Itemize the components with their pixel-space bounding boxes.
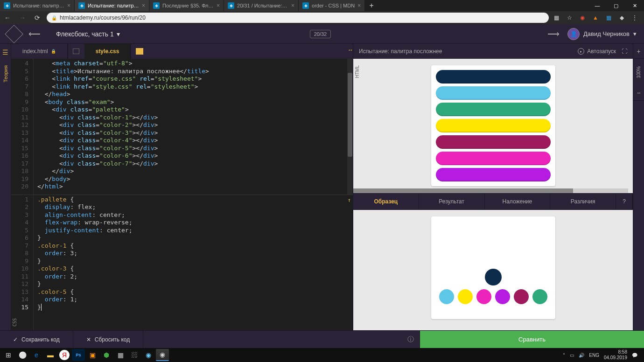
close-icon[interactable]: × [217, 2, 220, 9]
sample-circle [476, 289, 491, 304]
zoom-in-button[interactable]: + [633, 44, 644, 59]
play-icon: ▸ [578, 48, 584, 55]
file-tabs: index.html🔒 style.css [11, 44, 353, 59]
autorun-button[interactable]: ▸Автозапуск [578, 48, 616, 55]
tab-help[interactable]: ? [616, 194, 633, 209]
hamburger-icon[interactable]: ☰ [2, 49, 8, 56]
app-icon[interactable]: ▦ [114, 349, 127, 361]
tab-overlay[interactable]: Наложение [485, 194, 551, 209]
back-button[interactable]: ← [2, 12, 13, 23]
sublime-icon[interactable]: ▣ [86, 349, 99, 361]
sample-circle [532, 289, 547, 304]
move-up-icon[interactable]: ↑ [348, 197, 351, 203]
x-icon: ✕ [86, 336, 91, 343]
theory-rail: ☰ Теория [0, 44, 11, 330]
ext-icon[interactable]: ▦ [605, 14, 612, 21]
preview-title: Испытание: палитра посложнее [359, 48, 442, 55]
html-code[interactable]: <meta charset="utf-8"> <title>Испытание:… [34, 59, 347, 195]
close-icon[interactable]: × [142, 2, 145, 9]
css-label: CSS [12, 318, 17, 327]
color-bar-7 [436, 168, 551, 181]
explorer-icon[interactable]: ▬ [44, 349, 57, 361]
notifications-icon[interactable]: 💬 [632, 353, 637, 358]
url-field[interactable]: 🔒 htmlacademy.ru/courses/96/run/20 [47, 13, 549, 23]
course-header: ⟵ Флексбокс, часть 1▾ 20/32 ⟶ 👤 Давид Че… [0, 24, 644, 44]
app-icon[interactable]: ⛆ [128, 349, 141, 361]
browser-tab[interactable]: ◈Испытание: палитра посложнее× [75, 0, 149, 11]
search-icon[interactable]: ⚪ [16, 349, 29, 361]
browser-tab[interactable]: ◈order - CSS | MDN× [299, 0, 365, 11]
lang-indicator[interactable]: ENG [589, 353, 599, 358]
css-editor[interactable]: ↑ CSS 123456789101112131415 .pallete { d… [11, 195, 353, 331]
clock[interactable]: 8:58 04.09.2019 [604, 349, 627, 361]
color-bar-3 [436, 103, 551, 116]
maximize-button[interactable]: ▢ [607, 0, 625, 11]
reset-button[interactable]: ✕Сбросить код [73, 331, 143, 348]
next-lesson-button[interactable]: ⟶ [539, 29, 567, 39]
resize-handle-icon[interactable]: ↔ [348, 47, 353, 53]
tab-diff[interactable]: Различия [550, 194, 616, 209]
ext-icon[interactable]: ▲ [592, 14, 599, 21]
ext-icon[interactable]: ◆ [618, 14, 625, 21]
yandex-icon[interactable]: Я [59, 350, 70, 360]
photoshop-icon[interactable]: Ps [72, 349, 85, 361]
app-icon[interactable]: ⬢ [100, 349, 113, 361]
tray-up-icon[interactable]: ˄ [563, 353, 565, 358]
qr-icon[interactable]: ▦ [553, 14, 560, 21]
fullscreen-icon[interactable]: ⛶ [622, 48, 627, 55]
start-button[interactable]: ⊞ [2, 349, 15, 361]
editor-panel: index.html🔒 style.css 456789101112131415… [11, 44, 353, 330]
css-code[interactable]: .pallete { display: flex; align-content:… [34, 195, 353, 331]
close-icon[interactable]: × [357, 2, 361, 9]
zoom-out-button[interactable]: − [633, 86, 644, 101]
app-icon[interactable]: ◉ [142, 349, 155, 361]
forward-button[interactable]: → [17, 12, 28, 23]
tab-title: Испытание: палитра посложнее [13, 3, 64, 8]
battery-icon[interactable]: ▭ [570, 353, 574, 358]
layout-button[interactable] [131, 44, 147, 59]
html-editor[interactable]: 4567891011121314151617181920 <meta chars… [11, 59, 353, 195]
autorun-label: Автозапуск [587, 48, 616, 55]
tab-sample[interactable]: Образец [353, 194, 419, 209]
toolbar-icons: ▦ ☆ ◉ ▲ ▦ ◆ ⋮ [553, 14, 642, 21]
course-title[interactable]: Флексбокс, часть 1▾ [56, 30, 120, 38]
tab-result[interactable]: Результат [419, 194, 485, 209]
close-button[interactable]: ✕ [625, 0, 644, 11]
compare-button[interactable]: Сравнить [420, 331, 644, 348]
browser-tab[interactable]: ◈Испытание: палитра посложнее× [0, 0, 75, 11]
tab-css[interactable]: style.css [84, 44, 131, 59]
minimize-button[interactable]: — [588, 0, 607, 11]
edge-icon[interactable]: e [30, 349, 43, 361]
browser-tab[interactable]: ◈20/31 / Испытание: палитра по× [224, 0, 299, 11]
avatar: 👤 [567, 28, 580, 40]
scrollbar-horizontal[interactable] [353, 188, 628, 193]
close-icon[interactable]: × [291, 2, 294, 9]
browser-tab[interactable]: ◈Последние §35. Флексбокс, час× [149, 0, 224, 11]
chrome-icon[interactable]: ◉ [156, 349, 169, 361]
star-icon[interactable]: ☆ [566, 14, 573, 21]
taskbar: ⊞ ⚪ e ▬ Я Ps ▣ ⬢ ▦ ⛆ ◉ ◉ ˄ ▭ 🔊 ENG 8:58 … [0, 348, 644, 362]
tab-title: Последние §35. Флексбокс, час [162, 3, 214, 8]
preview-header: Испытание: палитра посложнее ▸Автозапуск… [353, 44, 633, 59]
palette-card [431, 65, 555, 186]
color-bar-2 [436, 86, 551, 100]
tab-label: index.html [22, 48, 48, 55]
split-button[interactable] [68, 44, 84, 59]
url-text: htmlacademy.ru/courses/96/run/20 [60, 14, 146, 21]
new-tab-button[interactable]: + [365, 0, 378, 11]
menu-icon[interactable]: ⋮ [631, 14, 638, 21]
scrollbar[interactable] [347, 59, 353, 195]
prev-lesson-button[interactable]: ⟵ [21, 29, 49, 39]
close-icon[interactable]: × [67, 2, 70, 9]
reload-button[interactable]: ⟳ [32, 12, 43, 23]
compare-tabs: Образец Результат Наложение Различия ? [353, 193, 633, 210]
user-menu[interactable]: 👤 Давид Черников ▾ [567, 28, 637, 40]
volume-icon[interactable]: 🔊 [579, 353, 584, 358]
logo-icon[interactable] [5, 25, 23, 43]
theory-button[interactable]: Теория [3, 65, 8, 83]
info-button[interactable]: ⓘ [401, 331, 420, 348]
ext-icon[interactable]: ◉ [579, 14, 586, 21]
save-button[interactable]: ✓Сохранить код [0, 331, 73, 348]
line-gutter: 4567891011121314151617181920 [11, 59, 34, 195]
tab-html[interactable]: index.html🔒 [11, 44, 68, 59]
